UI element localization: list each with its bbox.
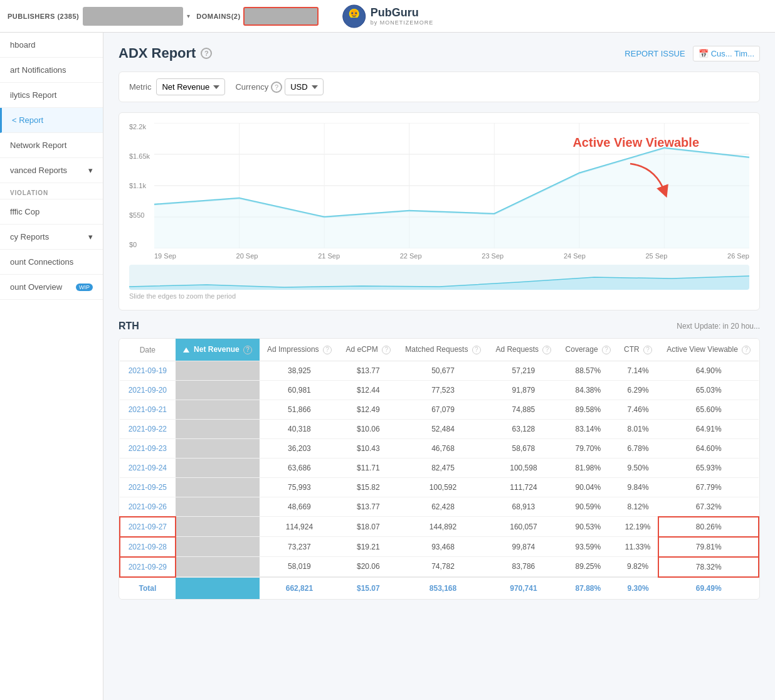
custom-time-button[interactable]: 📅 Cus... Tim...: [693, 46, 760, 61]
chart-svg: [154, 123, 749, 248]
cell-ad-impressions-9: 73,237: [260, 537, 339, 557]
cell-coverage-2: 89.58%: [559, 400, 618, 419]
sidebar-section-violation: VIOLATION: [0, 183, 103, 199]
x-label-3: 22 Sep: [400, 252, 422, 260]
col-header-matched-requests[interactable]: Matched Requests ?: [398, 339, 488, 361]
cell-date-7: 2021-09-26: [120, 497, 176, 517]
cell-ad-ecpm-5: $11.71: [339, 458, 398, 477]
cell-active-view-8: 80.26%: [658, 517, 759, 537]
svg-rect-3: [351, 18, 358, 24]
cell-active-view-5: 65.93%: [658, 458, 759, 477]
cell-ctr-0: 7.14%: [618, 361, 659, 380]
cell-matched-requests-9: 93,468: [398, 537, 488, 557]
logo-section: PubGuru by MONETIZEMORE: [342, 4, 434, 29]
cell-coverage-8: 90.53%: [559, 517, 618, 537]
cell-active-view-6: 67.79%: [658, 477, 759, 497]
cell-ctr-9: 11.33%: [618, 537, 659, 557]
cell-ctr-5: 9.50%: [618, 458, 659, 477]
total-ctr: 9.30%: [618, 577, 659, 599]
col-header-ad-ecpm[interactable]: Ad eCPM ?: [339, 339, 398, 361]
cell-ad-ecpm-4: $10.43: [339, 438, 398, 458]
col-header-active-view[interactable]: Active View Viewable ?: [658, 339, 759, 361]
cell-date-4: 2021-09-23: [120, 438, 176, 458]
publisher-arrow-icon[interactable]: ▾: [187, 13, 190, 19]
calendar-icon: 📅: [699, 49, 709, 58]
cell-ad-ecpm-6: $15.82: [339, 477, 398, 497]
sidebar-item-account-connections[interactable]: ount Connections: [0, 250, 103, 275]
col-header-ad-requests[interactable]: Ad Requests ?: [488, 339, 559, 361]
metric-control: Metric Net Revenue: [129, 78, 225, 95]
sidebar-item-adx-report[interactable]: < Report: [0, 108, 103, 133]
domains-section: DOMAINS(2): [196, 7, 318, 26]
net-revenue-help-icon[interactable]: ?: [243, 346, 252, 354]
sidebar-item-network-report[interactable]: Network Report: [0, 133, 103, 158]
cell-ctr-8: 12.19%: [618, 517, 659, 537]
custom-time-label: Cus... Tim...: [711, 49, 754, 58]
publishers-section: PUBLISHERS (2385) ▾: [8, 7, 190, 26]
cell-ad-requests-1: 91,879: [488, 380, 559, 400]
cell-ad-requests-0: 57,219: [488, 361, 559, 380]
sidebar-item-account-overview[interactable]: ount Overview WIP: [0, 275, 103, 300]
cell-ad-requests-5: 100,598: [488, 458, 559, 477]
col-header-ctr[interactable]: CTR ?: [618, 339, 659, 361]
metric-select[interactable]: Net Revenue: [156, 78, 225, 95]
x-label-0: 19 Sep: [154, 252, 176, 260]
coverage-help-icon[interactable]: ?: [602, 346, 611, 354]
chart-container: $2.2k $1.65k $1.1k $550 $0: [119, 112, 760, 310]
cell-date-10: 2021-09-29: [120, 557, 176, 577]
metric-label: Metric: [129, 82, 151, 92]
top-bar: PUBLISHERS (2385) ▾ DOMAINS(2) PubGuru b…: [0, 0, 775, 33]
cell-matched-requests-10: 74,782: [398, 557, 488, 577]
x-label-4: 23 Sep: [482, 252, 503, 260]
report-header: ADX Report ? REPORT ISSUE 📅 Cus... Tim..…: [119, 45, 760, 61]
sidebar-item-analytics-report[interactable]: ilytics Report: [0, 83, 103, 108]
cell-date-3: 2021-09-22: [120, 419, 176, 438]
sidebar-item-dashboard[interactable]: hboard: [0, 33, 103, 58]
cell-matched-requests-3: 52,484: [398, 419, 488, 438]
ad-impressions-help-icon[interactable]: ?: [323, 346, 332, 354]
header-actions: REPORT ISSUE 📅 Cus... Tim...: [625, 46, 760, 61]
cell-ad-requests-10: 83,786: [488, 557, 559, 577]
currency-select[interactable]: USD: [285, 78, 324, 95]
publisher-dropdown[interactable]: [83, 7, 183, 26]
rth-title: RTH: [119, 321, 139, 332]
sidebar-item-traffic-cop[interactable]: fffic Cop: [0, 199, 103, 225]
col-header-coverage[interactable]: Coverage ?: [559, 339, 618, 361]
cell-active-view-0: 64.90%: [658, 361, 759, 380]
cell-ad-impressions-8: 114,924: [260, 517, 339, 537]
sidebar-item-cy-reports[interactable]: cy Reports ▾: [0, 225, 103, 250]
report-title-help-icon[interactable]: ?: [201, 48, 212, 59]
table-row: 2021-09-20 60,981 $12.44 77,523 91,879 8…: [120, 380, 759, 400]
report-issue-button[interactable]: REPORT ISSUE: [625, 49, 685, 58]
cell-coverage-0: 88.57%: [559, 361, 618, 380]
sidebar-item-smart-notifications[interactable]: art Notifications: [0, 58, 103, 83]
total-row: Total 662,821 $15.07 853,168 970,741 87.…: [120, 577, 759, 599]
cell-date-2: 2021-09-21: [120, 400, 176, 419]
x-label-1: 20 Sep: [236, 252, 258, 260]
mini-chart[interactable]: [129, 265, 749, 290]
domain-dropdown[interactable]: [243, 7, 319, 26]
cell-net-revenue-4: [176, 438, 260, 458]
cell-coverage-10: 89.25%: [559, 557, 618, 577]
total-ad-requests: 970,741: [488, 577, 559, 599]
cell-ad-impressions-6: 75,993: [260, 477, 339, 497]
cell-ad-requests-6: 111,724: [488, 477, 559, 497]
total-label: Total: [120, 577, 176, 599]
cell-ad-ecpm-10: $20.06: [339, 557, 398, 577]
currency-help-icon[interactable]: ?: [271, 82, 282, 93]
cell-coverage-3: 83.14%: [559, 419, 618, 438]
cell-ad-impressions-4: 36,203: [260, 438, 339, 458]
col-header-ad-impressions[interactable]: Ad Impressions ?: [260, 339, 339, 361]
ad-requests-help-icon[interactable]: ?: [542, 346, 551, 354]
sidebar-item-advanced-reports[interactable]: vanced Reports ▾: [0, 158, 103, 183]
total-ad-impressions: 662,821: [260, 577, 339, 599]
chart-x-labels: 19 Sep 20 Sep 21 Sep 22 Sep 23 Sep 24 Se…: [129, 248, 749, 260]
ad-ecpm-help-icon[interactable]: ?: [382, 346, 391, 354]
col-header-net-revenue[interactable]: Net Revenue ?: [176, 339, 260, 361]
ctr-help-icon[interactable]: ?: [643, 346, 652, 354]
account-overview-label: ount Overview: [10, 282, 62, 292]
active-view-col-label: Active View Viewable: [667, 345, 738, 354]
active-view-help-icon[interactable]: ?: [742, 346, 751, 354]
matched-requests-help-icon[interactable]: ?: [472, 346, 481, 354]
table-row: 2021-09-19 38,925 $13.77 50,677 57,219 8…: [120, 361, 759, 380]
